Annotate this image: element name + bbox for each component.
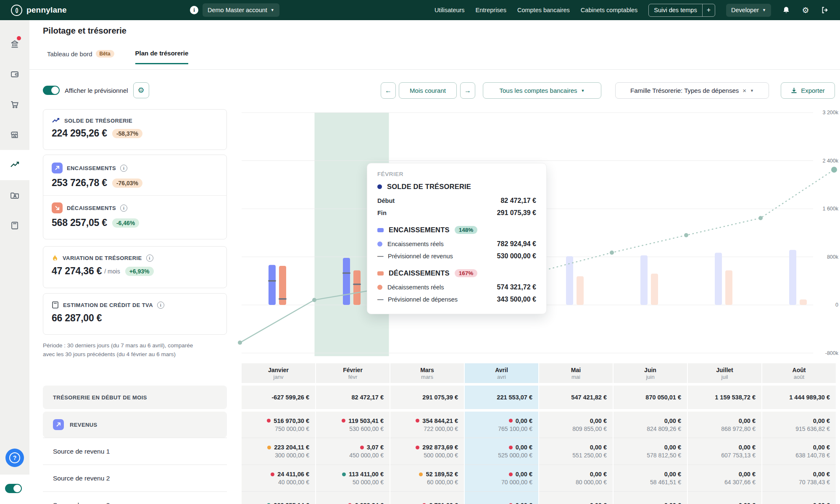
revenue-cell: 0,00 €551 250,00 € (539, 438, 613, 465)
account-selector[interactable]: Demo Master account ▼ (203, 3, 279, 17)
export-button[interactable]: Exporter (781, 82, 835, 99)
cell-value: 1 444 989,30 € (789, 394, 830, 401)
help-button[interactable]: ? (5, 449, 24, 467)
nav-link-utilisateurs[interactable]: Utilisateurs (434, 7, 465, 13)
tab-plan-de-tresorerie[interactable]: Plan de trésorerie (135, 50, 189, 64)
cell-actual-value: 0,00 € (739, 502, 756, 504)
table-column-header[interactable]: Aoûtaoût (762, 363, 836, 383)
revenue-cell: 113 411,00 €50 000,00 € (316, 465, 390, 491)
info-icon[interactable]: i (157, 302, 164, 309)
table-column-header[interactable]: Janvierjanv (242, 363, 315, 383)
forecast-toggle[interactable] (43, 86, 60, 95)
sidebar-item-wallet[interactable] (0, 59, 29, 89)
tooltip-label: Décaissements réels (387, 284, 444, 291)
kpi-label: VARIATION DE TRÉSORERIE (63, 255, 142, 261)
info-icon[interactable]: i (120, 165, 127, 172)
tooltip-month: FÉVRIER (377, 171, 536, 177)
sidebar-item-bank[interactable] (0, 29, 29, 59)
clear-filter-icon[interactable]: × (743, 87, 746, 94)
cell-actual-value: 0,00 € (739, 444, 756, 451)
table-column-header[interactable]: Marsmars (390, 363, 464, 383)
table-column-header[interactable]: Juilletjuil (688, 363, 761, 383)
treasury-start-cell: 291 075,39 € (390, 386, 464, 409)
bar-encaissements (789, 250, 796, 305)
tooltip-solde-title: SOLDE DE TRÉSORERIE (387, 183, 471, 191)
cell-actual-value: 516 970,30 € (267, 417, 309, 424)
cell-forecast-value: 450 000,00 € (349, 452, 384, 459)
cell-forecast-value: 809 855,00 € (572, 425, 607, 432)
column-abbr: févr (348, 374, 358, 380)
table-column-header[interactable]: Avrilavri (465, 363, 538, 383)
column-abbr: juin (646, 374, 654, 380)
bar-decaissements (577, 276, 584, 305)
forecast-settings-button[interactable]: ⚙ (133, 82, 149, 98)
cell-forecast-value: 64 307,66 € (724, 479, 756, 486)
kpi-value: 568 257,05 € (52, 217, 107, 228)
source-row-label[interactable]: Source de revenu 3 (43, 491, 227, 504)
card-divider (43, 195, 226, 196)
cell-value: 221 553,07 € (497, 394, 532, 401)
sidebar-item-sales[interactable] (0, 120, 29, 150)
nav-link-entreprises[interactable]: Entreprises (476, 7, 506, 13)
cell-value: 870 050,01 € (645, 394, 681, 401)
y-axis-tick: 2 400k (822, 158, 838, 164)
top-navbar: () pennylane i Demo Master account ▼ Uti… (0, 0, 840, 20)
revenue-cell: 0,00 € (688, 491, 761, 504)
nav-link-cabinets-comptables[interactable]: Cabinets comptables (581, 7, 637, 13)
sidebar-item-purchases[interactable] (0, 89, 29, 120)
kpi-label: SOLDE DE TRÉSORERIE (64, 118, 132, 124)
cell-forecast-value: 551 250,00 € (572, 452, 607, 459)
developer-menu[interactable]: Developer ▼ (726, 4, 771, 17)
nav-link-comptes-bancaires[interactable]: Comptes bancaires (517, 7, 570, 13)
sidebar-item-accounting[interactable] (0, 210, 29, 241)
cell-forecast-value: 607 753,13 € (721, 452, 756, 459)
gear-icon[interactable]: ⚙ (801, 6, 810, 14)
red-status-dot-icon (509, 419, 513, 423)
sidebar-item-contacts[interactable] (0, 180, 29, 210)
current-month-button[interactable]: Mois courant (399, 82, 457, 99)
dash-icon: — (377, 253, 383, 260)
cell-forecast-value: 915 636,82 € (795, 425, 830, 432)
red-status-dot-icon (416, 419, 419, 423)
time-tracking-add-button[interactable]: + (702, 4, 715, 16)
source-row-label[interactable]: Source de revenu 1 (43, 438, 227, 465)
time-tracking-button[interactable]: Suivi des temps (649, 4, 702, 16)
bell-icon[interactable] (782, 6, 790, 14)
cell-actual-value: 119 503,41 € (342, 417, 384, 424)
cell-forecast-value: 525 000,00 € (498, 452, 532, 459)
family-filter[interactable]: Famille Trésorerie: Types de dépenses × … (615, 82, 769, 99)
tooltip-enc-title: ENCAISSEMENTS (389, 226, 450, 234)
bank-accounts-filter[interactable]: Tous les comptes bancaires ▼ (483, 82, 601, 99)
beta-badge: Bêta (96, 50, 114, 58)
tick-previsionnel-revenus (268, 280, 276, 281)
next-month-button[interactable]: → (460, 82, 475, 99)
logout-icon[interactable] (821, 6, 829, 14)
export-button-label: Exporter (801, 87, 825, 94)
bar-encaissements (715, 253, 722, 305)
cell-forecast-value: 40 000,00 € (278, 479, 309, 486)
revenue-cell: 292 873,69 €500 000,00 € (390, 438, 464, 465)
revenue-cell: 52 189,52 €60 000,00 € (390, 465, 464, 491)
kpi-value: 253 726,78 € (52, 177, 107, 189)
column-month: Février (343, 367, 363, 373)
table-column-header[interactable]: Maimai (539, 363, 613, 383)
cell-actual-value: 0,00 € (590, 417, 607, 424)
table-column-header[interactable]: Juinjuin (614, 363, 687, 383)
info-icon[interactable]: i (120, 205, 127, 212)
bottom-left-toggle[interactable] (5, 484, 22, 493)
download-icon (791, 87, 797, 94)
encaissements-swatch-icon (377, 228, 384, 232)
tooltip-value: 82 472,17 € (500, 197, 536, 205)
source-row-label[interactable]: Source de revenu 2 (43, 465, 227, 491)
table-column-header[interactable]: Févrierfévr (316, 363, 390, 383)
cell-actual-value: 0,00 € (590, 444, 607, 451)
treasury-start-label: TRÉSORERIE EN DÉBUT DE MOIS (43, 386, 227, 409)
info-icon[interactable]: i (146, 255, 153, 262)
info-icon[interactable]: i (190, 6, 198, 14)
sidebar-item-analytics[interactable] (0, 150, 29, 180)
revenue-cell: 223 204,11 €300 000,00 € (242, 438, 315, 465)
tab-tableau-de-bord[interactable]: Tableau de bord Bêta (47, 50, 114, 64)
previous-month-button[interactable]: ← (381, 82, 396, 99)
bar-encaissements (343, 258, 350, 305)
revenues-row-label[interactable]: REVENUS (43, 412, 227, 438)
